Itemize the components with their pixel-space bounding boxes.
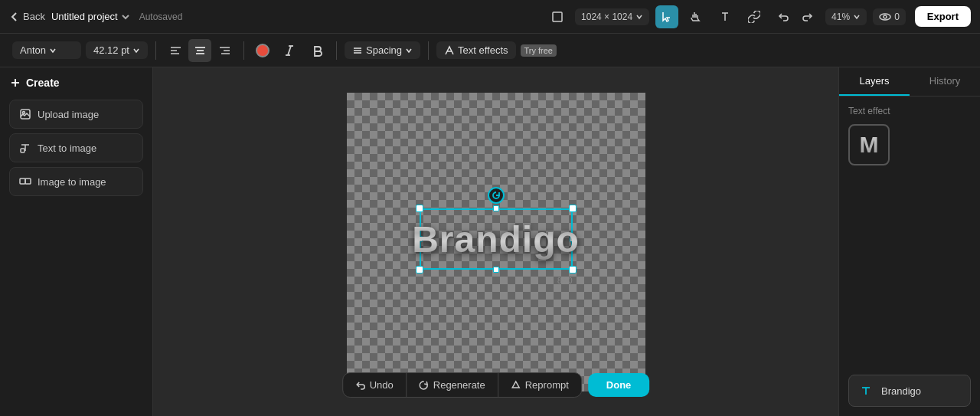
left-sidebar: Create Upload image Text to image — [0, 67, 153, 416]
undo-button[interactable]: Undo — [343, 373, 407, 397]
create-icon — [9, 77, 21, 89]
project-title[interactable]: Untitled project — [51, 11, 118, 22]
upload-icon — [19, 108, 31, 120]
canvas-area[interactable]: Brandigo 8/50 Undo — [153, 67, 838, 416]
undo-redo-group — [772, 5, 819, 28]
text-selection-box[interactable]: Brandigo 8/50 — [420, 208, 573, 270]
char-count: 8/50 — [557, 277, 572, 285]
spacing-selector[interactable]: Spacing — [345, 41, 420, 59]
resize-icon-btn[interactable] — [546, 5, 569, 28]
action-button-group: Undo Regenerate Reprompt — [342, 372, 582, 398]
svg-rect-24 — [21, 149, 24, 152]
layer-text-icon — [857, 382, 875, 400]
bottom-actions: Undo Regenerate Reprompt Done — [342, 372, 650, 398]
regenerate-button[interactable]: Regenerate — [407, 373, 498, 397]
redo-nav-btn[interactable] — [796, 5, 819, 28]
done-button[interactable]: Done — [588, 373, 650, 397]
canvas-background[interactable]: Brandigo 8/50 — [347, 93, 645, 391]
regenerate-icon — [419, 380, 429, 390]
divider-4 — [428, 41, 429, 60]
svg-rect-25 — [20, 179, 25, 184]
top-navigation: Back Untitled project Autosaved 1024 × 1… — [0, 0, 980, 34]
visibility-counter[interactable]: 0 — [873, 8, 906, 25]
rotate-handle[interactable] — [488, 187, 505, 204]
color-swatch — [256, 44, 270, 57]
align-right-btn[interactable] — [213, 39, 236, 62]
sidebar-item-image-to-image[interactable]: Image to image — [9, 167, 143, 196]
text-effects-btn[interactable]: Text effects — [436, 41, 516, 59]
layer-name: Brandigo — [881, 385, 921, 397]
main-content: Create Upload image Text to image — [0, 67, 980, 416]
link-tool-btn[interactable] — [743, 5, 766, 28]
text-effect-preview[interactable]: M — [848, 124, 890, 165]
format-toolbar: Anton 42.12 pt — [0, 34, 980, 67]
zoom-selector[interactable]: 41% — [825, 8, 867, 25]
corner-handle-bl[interactable] — [416, 266, 423, 274]
sidebar-header: Create — [9, 77, 143, 89]
canvas-text-brandigo[interactable]: Brandigo — [412, 218, 580, 260]
reprompt-icon — [511, 380, 521, 390]
mid-handle-bottom[interactable] — [493, 267, 499, 273]
font-family-selector[interactable]: Anton — [12, 41, 81, 59]
selection-tool-btn[interactable] — [655, 5, 678, 28]
corner-handle-tl[interactable] — [416, 205, 423, 212]
canvas-size-selector[interactable]: 1024 × 1024 — [575, 8, 649, 25]
svg-rect-26 — [25, 179, 31, 184]
italic-btn[interactable] — [278, 39, 301, 62]
layer-item-brandigo[interactable]: Brandigo — [848, 375, 971, 407]
bold-btn[interactable] — [305, 39, 328, 62]
tab-history[interactable]: History — [910, 67, 980, 96]
text-color-btn[interactable] — [252, 40, 273, 61]
undo-nav-btn[interactable] — [772, 5, 795, 28]
back-label: Back — [23, 11, 45, 22]
back-button[interactable]: Back — [9, 11, 45, 22]
mid-handle-top[interactable] — [493, 205, 499, 211]
canvas-wrapper: Brandigo 8/50 — [347, 93, 645, 391]
text-image-icon — [19, 142, 31, 154]
svg-line-14 — [288, 46, 291, 55]
right-sidebar: Layers History Text effect M Brandigo — [838, 67, 980, 416]
hand-tool-btn[interactable] — [684, 5, 707, 28]
text-tool-btn[interactable] — [714, 5, 737, 28]
export-button[interactable]: Export — [915, 6, 971, 27]
undo-icon — [355, 380, 365, 390]
autosaved-status: Autosaved — [139, 11, 183, 22]
right-sidebar-tabs: Layers History — [839, 67, 980, 97]
image-to-image-icon — [19, 175, 31, 188]
divider-1 — [155, 41, 156, 60]
chevron-down-icon — [121, 12, 130, 21]
reprompt-button[interactable]: Reprompt — [498, 373, 581, 397]
sidebar-item-upload-image[interactable]: Upload image — [9, 100, 143, 129]
corner-handle-tr[interactable] — [569, 205, 577, 212]
svg-point-3 — [880, 14, 890, 20]
text-effect-label: Text effect — [848, 106, 971, 116]
right-sidebar-content: Text effect M — [839, 97, 980, 365]
project-title-group: Untitled project — [51, 11, 130, 22]
svg-point-4 — [884, 15, 887, 18]
right-sidebar-bottom: Brandigo — [839, 365, 980, 416]
align-left-btn[interactable] — [164, 39, 187, 62]
sidebar-item-text-to-image[interactable]: Text to image — [9, 133, 143, 162]
divider-3 — [336, 41, 337, 60]
try-free-badge[interactable]: Try free — [521, 44, 557, 57]
alignment-group — [164, 39, 236, 62]
tab-layers[interactable]: Layers — [839, 67, 910, 96]
svg-rect-0 — [553, 12, 562, 21]
divider-2 — [243, 41, 244, 60]
align-center-btn[interactable] — [188, 39, 211, 62]
corner-handle-br[interactable] — [569, 266, 577, 274]
font-size-selector[interactable]: 42.12 pt — [86, 41, 148, 59]
